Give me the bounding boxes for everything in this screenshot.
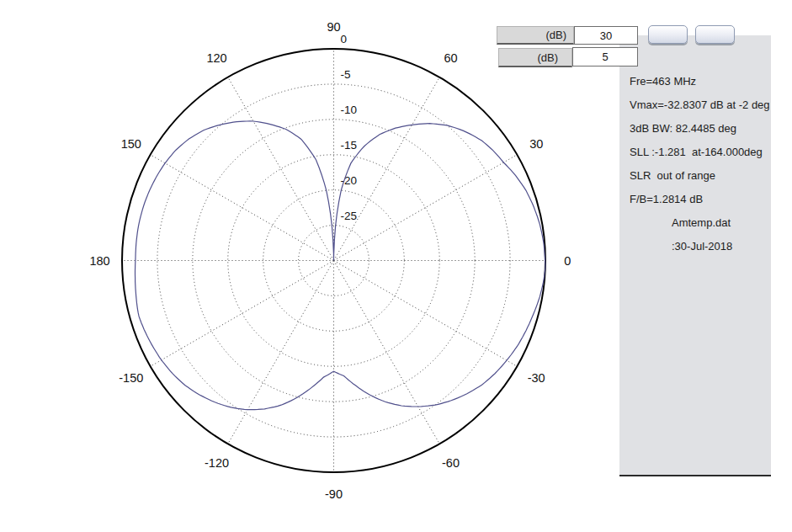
radial-tick-label: -25 [341, 210, 358, 222]
db-scale-input[interactable] [574, 26, 638, 45]
db-step-frame: (dB) [498, 48, 572, 67]
angle-tick-label: -150 [119, 371, 143, 385]
db-step-input[interactable] [572, 47, 638, 66]
polar-chart: 0306090120150180-150-120-90-60-300-5-10-… [0, 0, 606, 532]
unlabeled-button-1[interactable] [648, 25, 688, 44]
angle-tick-label: 0 [564, 254, 571, 268]
info-sll: SLL :-1.281 at-164.000deg [630, 146, 771, 157]
info-panel: Fre=463 MHz Vmax=-32.8307 dB at -2 deg 3… [619, 35, 771, 476]
angle-tick-label: 90 [327, 20, 340, 34]
angle-tick-label: -120 [205, 456, 229, 470]
info-frequency: Fre=463 MHz [630, 76, 771, 87]
db-step-label: (dB) [537, 51, 571, 64]
angle-tick-label: 120 [206, 51, 226, 65]
angle-tick-label: 150 [121, 137, 141, 151]
radial-tick-label: -5 [341, 68, 351, 81]
radiation-pattern-curve [136, 121, 545, 410]
info-beamwidth: 3dB BW: 82.4485 deg [630, 123, 771, 134]
info-file-name: Amtemp.dat [672, 217, 771, 228]
angle-tick-label: 180 [89, 254, 109, 268]
radial-tick-label: 0 [341, 33, 348, 45]
unlabeled-button-2[interactable] [695, 25, 735, 44]
angle-tick-label: -90 [325, 487, 343, 501]
info-date: :30-Jul-2018 [672, 241, 771, 252]
angle-tick-label: 30 [529, 137, 543, 151]
radial-tick-label: -10 [341, 104, 358, 116]
angle-tick-label: -30 [528, 371, 545, 385]
db-scale-label: (dB) [545, 29, 573, 41]
info-fb-ratio: F/B=1.2814 dB [630, 194, 771, 205]
radial-tick-label: -15 [341, 139, 358, 152]
info-vmax: Vmax=-32.8307 dB at -2 deg [630, 99, 771, 110]
app-window: 0306090120150180-150-120-90-60-300-5-10-… [0, 0, 792, 532]
info-slr: SLR out of range [630, 170, 771, 181]
angle-tick-label: 60 [444, 51, 457, 65]
angle-tick-label: -60 [442, 456, 460, 470]
db-scale-frame: (dB) [497, 26, 574, 45]
